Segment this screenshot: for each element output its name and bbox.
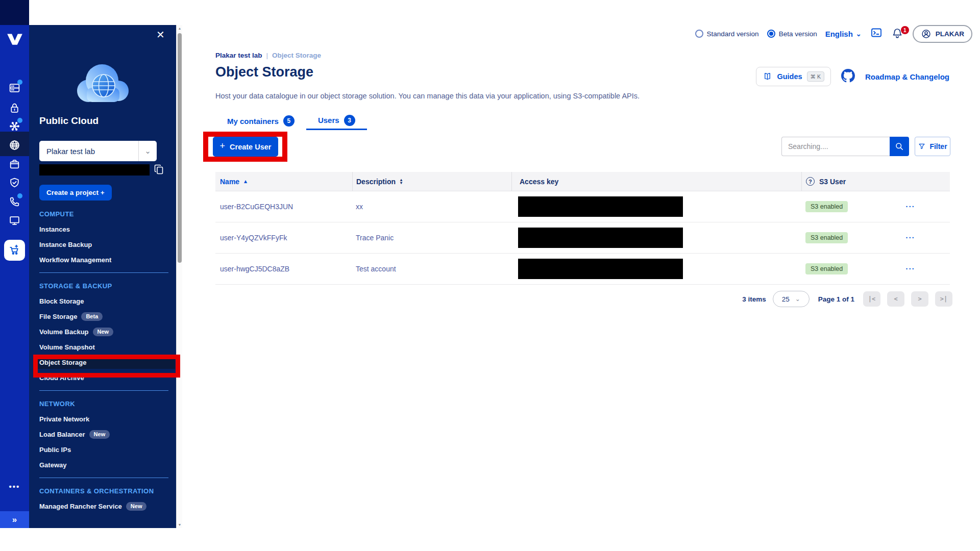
sort-ascending-icon[interactable]: ▴ (244, 178, 247, 185)
help-icon[interactable]: ? (806, 177, 815, 186)
ovhcloud-logo (6, 31, 24, 46)
column-header-s3-user: ? S3 User (801, 172, 950, 191)
sidebar-item-volume-backup[interactable]: Volume BackupNew (39, 324, 168, 339)
scroll-up-icon[interactable]: ▲ (177, 27, 183, 30)
page-title: Object Storage (215, 64, 313, 80)
filter-button[interactable]: Filter (915, 137, 950, 156)
sidebar-item-private-network[interactable]: Private Network (39, 411, 168, 427)
search-icon (894, 141, 904, 152)
divider (39, 385, 168, 396)
copy-icon[interactable] (153, 163, 164, 176)
globe-icon[interactable] (8, 139, 21, 152)
sidebar-item-gateway[interactable]: Gateway (39, 457, 168, 472)
section-header-containers: CONTAINERS & ORCHESTRATION (39, 483, 168, 498)
first-page-button[interactable]: |< (863, 291, 880, 307)
tab-count-badge: 3 (344, 115, 355, 126)
sort-icon[interactable]: ▴▾ (400, 179, 402, 184)
user-description: Test account (352, 265, 511, 273)
pagination: 3 items 25 ⌄ Page 1 of 1 |< < > >| (742, 291, 952, 307)
previous-page-button[interactable]: < (887, 291, 904, 307)
account-menu[interactable]: PLAKAR (913, 25, 972, 43)
user-name[interactable]: user-hwgCJ5DC8aZB (215, 265, 352, 273)
sidebar-item-instances[interactable]: Instances (39, 221, 168, 237)
user-name[interactable]: user-Y4yQZVkFFyFk (215, 234, 352, 242)
column-header-name[interactable]: Name ▴ (215, 172, 352, 191)
search-button[interactable] (890, 137, 909, 156)
language-selector[interactable]: English ⌄ (825, 30, 862, 38)
s3-status-badge: S3 enabled (805, 263, 848, 274)
tab-users[interactable]: Users 3 (306, 112, 367, 130)
row-actions-menu-icon[interactable]: ··· (906, 203, 916, 211)
sidebar-item-workflow-management[interactable]: Workflow Management (39, 252, 168, 267)
project-selector[interactable]: Plakar test lab ⌄ (39, 141, 157, 161)
radio-unchecked-icon[interactable] (695, 30, 703, 38)
book-icon (763, 72, 772, 82)
user-icon (921, 29, 932, 39)
sidebar-item-cloud-archive[interactable]: Cloud Archive (39, 370, 168, 385)
radio-checked-icon[interactable] (767, 30, 775, 38)
lock-icon[interactable] (8, 102, 21, 114)
row-actions-menu-icon[interactable]: ··· (906, 234, 916, 242)
github-icon[interactable] (841, 69, 855, 85)
title-actions: Guides ⌘ K Roadmap & Changelog (756, 67, 949, 86)
user-description: Trace Panic (352, 234, 511, 242)
close-icon[interactable]: ✕ (156, 30, 165, 40)
redacted-project-id (39, 164, 150, 176)
s3-status-badge: S3 enabled (805, 201, 848, 212)
bag-icon[interactable] (8, 158, 21, 170)
breadcrumb: Plakar test lab | Object Storage (215, 52, 321, 59)
guides-button[interactable]: Guides ⌘ K (756, 67, 831, 86)
sidebar-item-object-storage[interactable]: Object Storage (37, 356, 175, 369)
standard-version-radio[interactable]: Standard version (695, 30, 759, 38)
chevron-down-icon[interactable]: ⌄ (138, 141, 157, 161)
scroll-down-icon[interactable]: ▼ (177, 523, 183, 527)
new-badge: New (93, 328, 114, 336)
redacted-access-key (518, 228, 683, 248)
section-header-storage-backup: STORAGE & BACKUP (39, 278, 168, 293)
new-badge: New (89, 430, 110, 439)
sidebar-item-managed-rancher[interactable]: Managed Rancher ServiceNew (39, 498, 168, 514)
users-table: Name ▴ Description ▴▾ Access key ? S3 Us… (215, 172, 950, 285)
project-selector-value: Plakar test lab (39, 147, 138, 156)
breadcrumb-parent[interactable]: Plakar test lab (215, 52, 262, 59)
cart-icon[interactable] (4, 240, 25, 261)
panel-title: Public Cloud (39, 115, 99, 127)
table-row: user-B2CuGEQH3JUN xx S3 enabled ··· (215, 191, 950, 222)
user-description: xx (352, 203, 511, 211)
notifications-bell-icon[interactable]: 1 (891, 27, 904, 40)
sidebar-scrollbar[interactable]: ▲ ▼ (176, 25, 182, 528)
notification-dot (17, 80, 22, 85)
items-count: 3 items (742, 295, 766, 303)
table-row: user-Y4yQZVkFFyFk Trace Panic S3 enabled… (215, 222, 950, 254)
sidebar-item-volume-snapshot[interactable]: Volume Snapshot (39, 339, 168, 355)
screen-icon[interactable] (8, 214, 21, 227)
row-actions-menu-icon[interactable]: ··· (906, 265, 916, 273)
next-page-button[interactable]: > (911, 291, 928, 307)
search-input[interactable] (781, 137, 890, 156)
sidebar-item-load-balancer[interactable]: Load BalancerNew (39, 427, 168, 442)
sidebar-item-block-storage[interactable]: Block Storage (39, 293, 168, 309)
breadcrumb-separator: | (266, 52, 268, 59)
topbar: Standard version Beta version English ⌄ … (695, 25, 972, 42)
shield-icon[interactable] (8, 177, 21, 189)
beta-version-radio[interactable]: Beta version (767, 30, 817, 38)
scrollbar-thumb[interactable] (178, 33, 182, 263)
tab-my-containers[interactable]: My containers 5 (215, 112, 306, 130)
sidebar-item-instance-backup[interactable]: Instance Backup (39, 237, 168, 252)
sidebar-item-file-storage[interactable]: File StorageBeta (39, 309, 168, 324)
create-user-button[interactable]: + Create User (213, 137, 278, 157)
page-size-select[interactable]: 25 ⌄ (773, 291, 810, 307)
roadmap-changelog-link[interactable]: Roadmap & Changelog (865, 72, 949, 81)
last-page-button[interactable]: >| (935, 291, 952, 307)
column-header-description[interactable]: Description ▴▾ (352, 172, 511, 191)
table-header: Name ▴ Description ▴▾ Access key ? S3 Us… (215, 172, 950, 191)
sidebar-item-public-ips[interactable]: Public IPs (39, 442, 168, 457)
create-project-button[interactable]: Create a project + (39, 185, 112, 201)
user-name[interactable]: user-B2CuGEQH3JUN (215, 203, 352, 211)
expand-sidebar-button[interactable]: » (0, 511, 29, 528)
notification-dot (17, 118, 22, 123)
search-bar (781, 137, 909, 156)
more-options-icon[interactable]: ••• (0, 482, 29, 491)
web-console-icon[interactable] (870, 27, 883, 41)
redacted-access-key (518, 259, 683, 279)
